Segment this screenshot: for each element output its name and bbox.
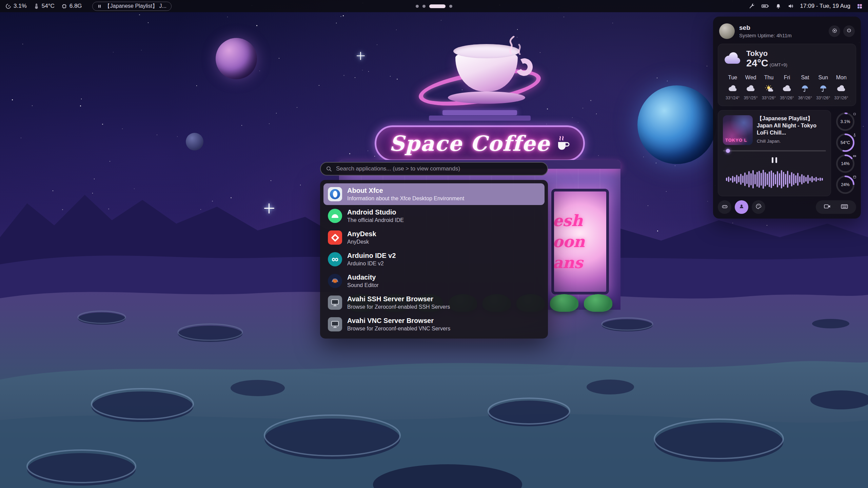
launcher-item-avahi-ssh[interactable]: Avahi SSH Server Browser Browse for Zero… — [323, 292, 545, 313]
settings-button[interactable] — [829, 25, 840, 37]
launcher-item-avahi-vnc[interactable]: Avahi VNC Server Browser Browse for Zero… — [323, 313, 545, 335]
waveform-bar — [799, 176, 801, 182]
waveform-bar — [728, 177, 729, 182]
waveform-bar — [767, 174, 768, 185]
waveform-bar — [811, 176, 813, 182]
forecast-day: Sun 33°/26° — [814, 75, 832, 100]
album-art[interactable]: TOKYO L — [723, 115, 753, 145]
search-input[interactable] — [336, 165, 542, 172]
workspace-dot[interactable] — [422, 5, 426, 8]
system-gauges: 3.1% 54°C 14% 24% — [834, 110, 856, 196]
app-description: The official Android IDE — [347, 217, 404, 223]
launcher-item-arduino-ide[interactable]: ∞ Arduino IDE v2 Arduino IDE v2 — [323, 248, 545, 270]
avatar[interactable] — [719, 23, 735, 39]
app-name: Avahi SSH Server Browser — [347, 295, 450, 303]
waveform-bar — [797, 173, 798, 186]
volume-icon[interactable] — [788, 3, 794, 9]
forecast-temps: 33°/26° — [814, 96, 832, 100]
dashboard-button[interactable] — [718, 200, 731, 214]
cloud-icon — [778, 83, 796, 94]
waveform-bar — [789, 175, 790, 184]
workspace-dot[interactable] — [416, 5, 419, 8]
weather-cloud-icon — [724, 52, 741, 66]
waveform-bar — [793, 174, 794, 185]
memory-chip-icon — [61, 3, 67, 9]
top-panel: 3.1% 54°C 6.8G 【Japanese Playlist】 J... — [0, 0, 868, 12]
video-camera-icon[interactable] — [824, 204, 831, 210]
play-pause-button[interactable] — [767, 156, 782, 164]
waveform-bar — [820, 178, 821, 181]
weather-card: Tokyo 24°C(GMT+9) Tue 33°/24° Wed 35°/25… — [718, 44, 856, 106]
server-browser-icon — [328, 296, 342, 310]
forecast-day-name: Sun — [814, 75, 832, 81]
waveform-bar — [813, 178, 815, 181]
profile-button[interactable] — [735, 200, 748, 214]
controller-icon — [722, 203, 728, 211]
memory-module[interactable]: 6.8G — [61, 3, 82, 9]
waveform-bar — [773, 172, 774, 186]
waveform-bar — [726, 178, 727, 181]
pause-icon — [97, 4, 102, 8]
track-progress-bar[interactable] — [723, 150, 826, 151]
waveform-bar — [807, 175, 809, 184]
themes-button[interactable] — [752, 200, 765, 214]
umbrella-icon — [796, 83, 814, 94]
notification-bell-icon[interactable] — [775, 3, 781, 9]
launcher-item-about-xfce[interactable]: About Xfce Information about the Xfce De… — [323, 183, 545, 205]
forecast-day-name: Fri — [778, 75, 796, 81]
waveform-bar — [787, 171, 788, 188]
gauge-value: 3.1% — [836, 112, 855, 131]
waveform-bar — [756, 172, 758, 187]
waveform-bar — [791, 172, 792, 186]
thermometer-icon — [853, 132, 856, 138]
workspace-active-pill[interactable] — [429, 4, 446, 8]
about-xfce-icon — [328, 187, 342, 201]
app-name: AnyDesk — [347, 230, 376, 238]
tools-icon[interactable] — [749, 3, 755, 9]
keyboard-icon[interactable] — [841, 204, 848, 210]
battery-icon[interactable] — [762, 3, 769, 9]
app-name: Audacity — [347, 273, 379, 281]
workspace-indicator[interactable] — [416, 0, 452, 12]
waveform-bar — [765, 172, 766, 186]
waveform-bar — [783, 172, 784, 187]
power-button[interactable] — [843, 25, 855, 37]
audacity-icon — [328, 274, 342, 288]
launcher-search-bar[interactable] — [320, 162, 548, 176]
launcher-item-anydesk[interactable]: AnyDesk AnyDesk — [323, 227, 545, 248]
waveform-bar — [740, 174, 742, 185]
waveform-bar — [801, 174, 803, 184]
gauge-value: 54°C — [836, 133, 855, 152]
gauge-value: 24% — [836, 175, 855, 194]
forecast-temps: 33°/24° — [724, 96, 742, 100]
cloud-icon — [742, 83, 760, 94]
dashboard-panel: seb System Uptime: 4h11m — [713, 17, 861, 219]
app-description: Browse for Zeroconf-enabled VNC Servers — [347, 326, 450, 332]
waveform-bar — [805, 177, 807, 182]
waveform-bar — [744, 172, 746, 186]
forecast-day-name: Mon — [832, 75, 850, 81]
cpu-module[interactable]: 3.1% — [5, 3, 27, 9]
waveform-bar — [775, 174, 776, 184]
system-stats: 3.1% 54°C 6.8G 【Japanese Playlist】 J... — [5, 2, 172, 11]
waveform-bar — [761, 173, 762, 186]
clock[interactable]: 17:09 - Tue, 19 Aug — [800, 3, 850, 9]
launcher-item-android-studio[interactable]: Android Studio The official Android IDE — [323, 205, 545, 227]
progress-knob[interactable] — [726, 149, 730, 153]
launcher-item-audacity[interactable]: Audacity Sound Editor — [323, 270, 545, 292]
now-playing-module[interactable]: 【Japanese Playlist】 J... — [92, 2, 172, 11]
track-subtitle: Chill Japan. — [757, 139, 826, 144]
waveform-bar — [742, 176, 744, 183]
anydesk-icon — [328, 230, 342, 245]
quick-actions — [718, 200, 856, 214]
workspace-dot[interactable] — [449, 5, 452, 8]
apps-grid-icon[interactable] — [857, 3, 863, 9]
weather-city: Tokyo — [746, 49, 787, 58]
capture-controls — [816, 200, 856, 214]
waveform-bar — [781, 170, 782, 188]
waveform-bar — [730, 178, 731, 181]
temperature-module[interactable]: 54°C — [34, 3, 55, 9]
sun-cloud-icon — [760, 83, 778, 94]
gauge-value: 14% — [836, 154, 855, 173]
forecast-temps: 35°/25° — [742, 96, 760, 100]
